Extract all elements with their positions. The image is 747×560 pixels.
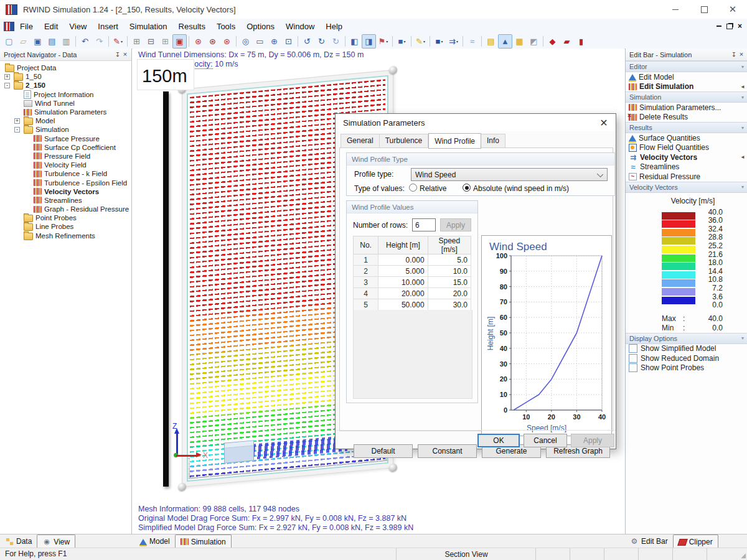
dialog-tab-info[interactable]: Info (481, 134, 505, 148)
tree-item-graph-residual-pressure[interactable]: Graph - Residual Pressure (0, 205, 131, 213)
dialog-close-icon[interactable]: ✕ (598, 117, 609, 129)
toolbar-clipper-y-icon[interactable]: ▰ (560, 34, 574, 49)
dialog-tab-wind-profile[interactable]: Wind Profile (428, 133, 481, 149)
toolbar-undo-icon[interactable]: ↶ (78, 34, 92, 49)
section-header-velocity-vectors[interactable]: Velocity Vectors▾ (626, 182, 747, 193)
toolbar-rotate-left-icon[interactable]: ↺ (300, 34, 314, 49)
pane-tab-simulation[interactable]: Simulation (175, 534, 232, 548)
value-cell[interactable]: 10.000 (378, 277, 428, 288)
editbar-item-flow-field-quantities[interactable]: Flow Field Quantities (626, 143, 747, 153)
tree-expander-icon[interactable]: + (14, 118, 20, 124)
tree-item-surface-cp-coefficient[interactable]: Surface Cp Coefficient (0, 143, 131, 152)
toolbar-probe-edit-icon[interactable]: ▦ (512, 34, 527, 49)
relative-radio[interactable] (409, 184, 417, 192)
toolbar-clipper-x-icon[interactable]: ◆ (545, 34, 560, 49)
handle-sphere-top-right[interactable] (389, 66, 397, 75)
toolbar-probe-add-icon[interactable]: ▤ (484, 34, 498, 49)
toolbar-zoom-window-icon[interactable]: ▭ (253, 34, 267, 49)
tree-item-simulation-parameters[interactable]: Simulation Parameters (0, 108, 131, 116)
handle-sphere-bottom-left[interactable] (178, 482, 186, 491)
tree-item-1-50[interactable]: +1_50 (0, 72, 131, 81)
toolbar-edit-object-icon[interactable]: ✎▾ (111, 34, 125, 49)
pane-tab-clipper[interactable]: Clipper (673, 534, 718, 548)
menu-help[interactable]: Help (320, 20, 348, 33)
tree-item-line-probes[interactable]: Line Probes (0, 222, 131, 231)
value-cell[interactable]: 30.0 (428, 299, 471, 310)
tree-item-surface-pressure[interactable]: Surface Pressure (0, 134, 131, 143)
button-default[interactable]: Default (354, 444, 413, 458)
pane-tab-edit-bar[interactable]: ⚙Edit Bar (625, 535, 673, 548)
display-option-show-point-probes[interactable]: Show Point Probes (626, 363, 747, 373)
value-cell[interactable]: 5.0 (428, 254, 471, 266)
editbar-item-delete-results[interactable]: Delete Results (626, 113, 747, 123)
toolbar-new-file-icon[interactable]: ▢ (2, 34, 16, 49)
table-row[interactable]: 10.0005.0 (354, 254, 471, 266)
toolbar-probe-show-icon[interactable]: ▲ (498, 34, 512, 49)
handle-sphere-bottom-right[interactable] (389, 464, 397, 472)
mdi-close-icon[interactable]: × (738, 23, 742, 29)
rows-apply-button[interactable]: Apply (440, 218, 471, 231)
menu-file[interactable]: File (14, 20, 39, 33)
section-header-display-options[interactable]: Display Options▾ (626, 333, 747, 344)
editbar-item-edit-model[interactable]: Edit Model (626, 72, 747, 82)
toolbar-vectors-view-icon[interactable]: ⇉▾ (446, 34, 461, 49)
toolbar-zoom-in-icon[interactable]: ⊕ (267, 34, 281, 49)
menu-simulation[interactable]: Simulation (124, 20, 173, 33)
editbar-item-surface-quantities[interactable]: Surface Quantities (626, 133, 747, 143)
section-header-editor[interactable]: Editor▾ (626, 61, 747, 72)
toolbar-model-view-icon[interactable]: ■▾ (395, 34, 409, 49)
profile-type-dropdown[interactable]: Wind Speed (411, 168, 608, 181)
dialog-tab-turbulence[interactable]: Turbulence (380, 134, 429, 148)
toolbar-print-icon[interactable]: ▥ (59, 34, 73, 49)
toolbar-view-iso-icon[interactable]: ◧ (347, 34, 362, 49)
tree-item-mesh-refinements[interactable]: Mesh Refinements (0, 231, 131, 240)
tree-item-2-150[interactable]: -2_150 (0, 81, 131, 90)
button-constant[interactable]: Constant (418, 444, 477, 458)
editbar-item-residual-pressure[interactable]: ~Residual Pressure (626, 172, 747, 182)
maximize-button[interactable] (690, 0, 718, 19)
toolbar-zones-icon[interactable]: ▣ (172, 34, 187, 49)
value-cell[interactable]: 0.000 (378, 254, 428, 266)
value-cell[interactable]: 20.0 (428, 288, 471, 299)
table-row[interactable]: 550.00030.0 (354, 299, 471, 310)
tree-item-streamlines[interactable]: Streamlines (0, 196, 131, 205)
checkbox-unchecked-icon[interactable] (629, 344, 637, 353)
value-cell[interactable]: 20.000 (378, 288, 428, 299)
toolbar-rotate-free-icon[interactable]: ↻ (329, 34, 343, 49)
toolbar-rotate-right-icon[interactable]: ↻ (314, 34, 329, 49)
button-apply[interactable]: Apply (571, 434, 614, 447)
table-row[interactable]: 310.00015.0 (354, 277, 471, 288)
editbar-pin-icon[interactable]: ↧ (730, 51, 738, 58)
resize-grip-icon[interactable]: ◢ (741, 552, 746, 559)
value-cell[interactable]: 15.0 (428, 277, 471, 288)
toolbar-clipper-z-icon[interactable]: ▮ (574, 34, 588, 49)
toolbar-wind-load-2-icon[interactable]: ⊛ (205, 34, 220, 49)
navigator-close-icon[interactable]: × (121, 51, 129, 58)
minimize-button[interactable] (661, 0, 690, 19)
close-button[interactable]: ✕ (718, 0, 747, 19)
relative-radio-label[interactable]: Relative (420, 184, 446, 193)
dialog-title-bar[interactable]: Simulation Parameters ✕ (336, 114, 616, 131)
toolbar-solid-view-icon[interactable]: ■▾ (432, 34, 446, 49)
button-cancel[interactable]: Cancel (524, 434, 567, 447)
dialog-tab-general[interactable]: General (341, 134, 380, 148)
tree-item-velocity-vectors[interactable]: Velocity Vectors (0, 187, 131, 196)
tree-item-model[interactable]: +Model (0, 116, 131, 125)
toolbar-streamline-view-icon[interactable]: ≈ (465, 34, 479, 49)
value-cell[interactable]: 5.000 (378, 266, 428, 277)
tree-expander-icon[interactable]: + (4, 74, 10, 80)
menu-edit[interactable]: Edit (39, 20, 63, 33)
tree-expander-icon[interactable]: - (14, 127, 20, 133)
menu-tools[interactable]: Tools (211, 20, 241, 33)
navigator-pin-icon[interactable]: ↧ (114, 51, 121, 58)
editbar-item-edit-simulation[interactable]: Edit Simulation◄ (626, 82, 747, 92)
pane-tab-view[interactable]: ◉View (37, 534, 75, 548)
mdi-restore-icon[interactable] (726, 24, 733, 29)
menu-options[interactable]: Options (241, 20, 280, 33)
section-header-results[interactable]: Results▾ (626, 122, 747, 133)
toolbar-dimension-tool-icon[interactable]: ✎▾ (413, 34, 428, 49)
checkbox-unchecked-icon[interactable] (629, 363, 637, 372)
tree-item-project-information[interactable]: Project Information (0, 90, 131, 99)
value-cell[interactable]: 10.0 (428, 266, 471, 277)
tree-item-point-probes[interactable]: Point Probes (0, 213, 131, 222)
